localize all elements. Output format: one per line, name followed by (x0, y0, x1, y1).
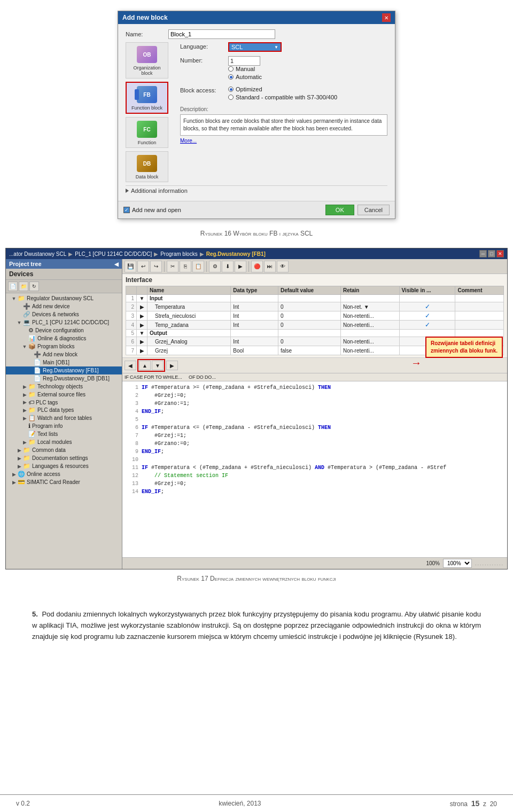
toolbar-paste[interactable]: 📋 (192, 261, 204, 272)
path-segment-2: PLC_1 [CPU 1214C DC/DC/DC] (75, 251, 152, 257)
expand-icon[interactable] (126, 189, 129, 193)
dialog-close-button[interactable]: ✕ (382, 13, 391, 22)
tree-item-ext-src[interactable]: ▶ 📁 External source files (6, 391, 122, 399)
tree-item-plc[interactable]: ▼ 💻 PLC_1 [CPU 1214C DC/DC/DC] (6, 318, 122, 326)
tree-item-reg-db1[interactable]: 📄 Reg.Dwustanowy_DB [DB1] (6, 374, 122, 382)
tree-item-common[interactable]: ▶ 📁 Common data (6, 446, 122, 454)
more-link[interactable]: More... (180, 138, 387, 144)
tree-item-plc-tags[interactable]: ▶ 🏷 PLC tags (6, 399, 122, 406)
automatic-radio[interactable] (228, 74, 234, 80)
tree-item-tech[interactable]: ▶ 📁 Technology objects (6, 382, 122, 391)
col-dtype: Data type (231, 286, 278, 295)
block-icons-panel: OB Organizationblock FB Function block F… (126, 42, 174, 182)
row-dtype: Int (231, 337, 278, 346)
language-dropdown[interactable]: SCL ▼ (228, 42, 282, 52)
optimized-radio-row: Optimized (228, 86, 387, 92)
tree-item-reg-fb1[interactable]: 📄 Reg.Dwustanowy [FB1] (6, 366, 122, 374)
tree-tool-refresh[interactable]: ↻ (29, 282, 39, 291)
code-editor[interactable]: 1 IF #Temperatura >= (#Temp_zadana + #St… (122, 381, 507, 557)
tree-item-add-block[interactable]: ➕ Add new block (6, 350, 122, 358)
nav-right[interactable]: ▶ (166, 361, 178, 370)
tree-item-prog-info[interactable]: ℹ Program info (6, 422, 122, 430)
tree-item-main-ob1[interactable]: 📄 Main [OB1] (6, 358, 122, 366)
manual-radio[interactable] (228, 66, 234, 72)
maximize-button[interactable]: □ (488, 250, 495, 257)
minimize-button[interactable]: ─ (479, 250, 487, 257)
tree-item-local-mod[interactable]: ▶ 📁 Local modules (6, 438, 122, 446)
row-name: Strefa_nieculosci (147, 311, 231, 321)
toolbar-download[interactable]: ⬇ (222, 261, 234, 272)
line-number: 10 (126, 456, 138, 464)
toolbar-bp[interactable]: 🔴 (251, 261, 263, 272)
toolbar-undo[interactable]: ↩ (137, 261, 149, 272)
line-number: 3 (126, 400, 138, 408)
project-tree-icon: ◀ (114, 261, 119, 267)
toolbar-copy[interactable]: ⎘ (180, 261, 191, 272)
project-tree-header: Project tree ◀ (6, 259, 122, 269)
tree-item-root[interactable]: ▼ 📁 Regulator Dwustanowy SCL (6, 294, 122, 302)
ok-button[interactable]: OK (325, 205, 354, 215)
row-default: 0 (278, 311, 340, 321)
toolbar-step[interactable]: ⏭ (264, 261, 276, 272)
toolbar-save[interactable]: 💾 (125, 261, 136, 272)
add-open-checkbox[interactable]: ✓ (123, 207, 130, 213)
row-num: 7 (126, 346, 137, 355)
page-separator: z (483, 800, 486, 808)
number-row: Number: 1 Manual Automatic (180, 56, 387, 82)
close-window-button[interactable]: ✕ (496, 250, 504, 257)
tree-item-languages[interactable]: ▶ 📁 Languages & resources (6, 462, 122, 470)
tree-item-doc-settings[interactable]: ▶ 📁 Documentation settings (6, 454, 122, 462)
diag-icon: 📊 (28, 335, 36, 342)
tree-tool-new[interactable]: 📄 (8, 282, 18, 291)
row-dtype: Int (231, 311, 278, 321)
tree-label: Technology objects (37, 384, 83, 389)
toolbar-watch[interactable]: 👁 (277, 261, 289, 272)
tree-item-program-blocks[interactable]: ▼ 📦 Program blocks (6, 342, 122, 350)
tree-item-devices-networks[interactable]: 🔗 Devices & networks (6, 310, 122, 318)
block-access-label: Block access: (180, 87, 228, 93)
nav-left[interactable]: ◀ (125, 361, 136, 370)
tree-item-text-lists[interactable]: 📝 Text lists (6, 430, 122, 438)
add-block-icon: ➕ (34, 351, 41, 358)
nav-down[interactable]: ▼ (152, 361, 164, 370)
row-visible (399, 295, 455, 302)
zoom-select[interactable]: 100% 75% 150% (443, 559, 472, 568)
optimized-radio[interactable] (228, 87, 234, 92)
code-line: 1 IF #Temperatura >= (#Temp_zadana + #St… (126, 384, 504, 392)
number-input[interactable]: 1 (228, 56, 260, 66)
page-footer: v 0.2 kwiecień, 2013 strona 15 z 20 (0, 794, 513, 812)
tree-label: Regulator Dwustanowy SCL (27, 295, 94, 301)
cancel-button[interactable]: Cancel (357, 205, 390, 215)
while-label: WHILE... (163, 374, 182, 380)
body-text-section: 5. Pod dodaniu zmiennych lokalnych wykor… (0, 593, 513, 659)
code-line: 14 END_IF; (126, 488, 504, 496)
tree-item-device-config[interactable]: ⚙ Device configuration (6, 326, 122, 334)
toolbar-redo[interactable]: ↪ (150, 261, 162, 272)
name-input[interactable] (168, 29, 275, 39)
tree-item-online-diag[interactable]: 📊 Online & diagnostics (6, 334, 122, 342)
textlist-icon: 📝 (28, 431, 36, 438)
tree-item-watch[interactable]: ▶ 📋 Watch and force tables (6, 414, 122, 422)
code-content: #Grzej:=0; (142, 392, 186, 400)
ob-block-item[interactable]: OB Organizationblock (126, 42, 168, 79)
tree-item-plc-types[interactable]: ▶ 📁 PLC data types (6, 406, 122, 414)
db-block-item[interactable]: DB Data block (126, 151, 168, 182)
fb-block-item[interactable]: FB Function block (126, 82, 168, 114)
code-line: 8 #Grzano:=0; (126, 440, 504, 448)
case-label: CASE (130, 374, 143, 380)
dialog-footer: ✓ Add new and open OK Cancel (118, 201, 395, 218)
toolbar-compile[interactable]: ⚙ (209, 261, 221, 272)
table-row: 1 ▼ Input (126, 295, 504, 302)
code-content: END_IF; (142, 448, 164, 456)
do2-label: DO... (205, 374, 216, 380)
tree-item-simatic-card[interactable]: ▶ 💳 SIMATIC Card Reader (6, 478, 122, 486)
toolbar-run[interactable]: ▶ (235, 261, 246, 272)
tree-tool-folder[interactable]: 📁 (19, 282, 28, 291)
tree-item-online-access[interactable]: ▶ 🌐 Online access (6, 470, 122, 478)
toolbar-cut[interactable]: ✂ (167, 261, 178, 272)
tree-item-add-device[interactable]: ➕ Add new device (6, 302, 122, 310)
nav-up[interactable]: ▲ (139, 361, 151, 370)
fc-block-item[interactable]: FC Function (126, 117, 168, 148)
row-retain: Non-ret. ▼ (340, 302, 399, 311)
standard-radio[interactable] (228, 95, 234, 100)
